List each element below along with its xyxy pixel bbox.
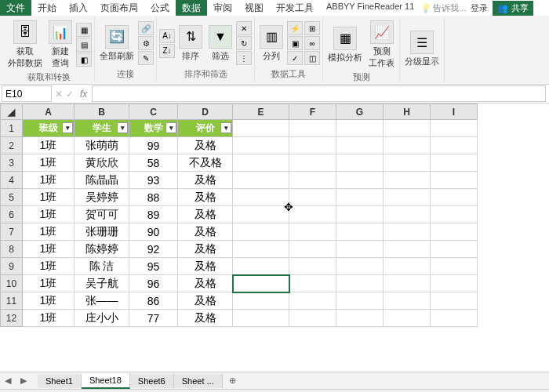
outline-button[interactable]: ☰分级显示 — [402, 29, 442, 69]
forecast-sheet-button[interactable]: 📈预测 工作表 — [366, 19, 397, 71]
cell[interactable]: 陈晶晶 — [75, 172, 129, 189]
advanced-filter-button[interactable]: ⋮ — [236, 51, 252, 65]
prev-sheet-button[interactable]: ◀ — [0, 376, 16, 386]
row-header[interactable]: 2 — [1, 137, 23, 154]
share-button[interactable]: 👥 共享 — [493, 1, 533, 16]
cell[interactable]: 1班 — [23, 223, 75, 241]
table-row[interactable]: 71班张珊珊90及格 — [1, 223, 478, 241]
cell[interactable]: 张—— — [75, 292, 129, 310]
table-row[interactable]: 101班吴子航96及格 — [1, 275, 478, 292]
cell[interactable] — [233, 154, 289, 172]
cell[interactable]: 黄欣欣 — [75, 154, 129, 172]
filter-dropdown-icon[interactable]: ▾ — [165, 122, 176, 133]
col-header-C[interactable]: C — [129, 104, 178, 120]
cell[interactable]: 1班 — [23, 241, 75, 258]
cell[interactable]: 及格 — [178, 223, 233, 241]
tab-file[interactable]: 文件 — [0, 0, 31, 16]
relationships-button[interactable]: ∞ — [304, 36, 320, 50]
filter-dropdown-icon[interactable]: ▾ — [62, 122, 73, 133]
formula-bar[interactable] — [92, 85, 546, 102]
row-header[interactable]: 7 — [1, 223, 23, 241]
table-header-eval[interactable]: 评价▾ — [178, 120, 233, 137]
clear-filter-button[interactable]: ✕ — [236, 21, 252, 35]
select-all-corner[interactable]: ◢ — [1, 104, 23, 120]
cell[interactable] — [233, 189, 289, 206]
tab-insert[interactable]: 插入 — [63, 0, 94, 16]
sheet-tab[interactable]: Sheet6 — [130, 374, 174, 388]
cell[interactable]: 1班 — [23, 172, 75, 189]
table-header-class[interactable]: 班级▾ — [23, 120, 75, 137]
cell[interactable]: 及格 — [178, 292, 233, 310]
tab-data[interactable]: 数据 — [176, 0, 207, 16]
fx-icon[interactable]: fx — [75, 89, 92, 100]
cell[interactable]: 1班 — [23, 275, 75, 292]
cell[interactable]: 及格 — [178, 258, 233, 275]
sort-button[interactable]: ⇅排序 — [176, 24, 205, 64]
col-header-F[interactable]: F — [289, 104, 336, 120]
cell[interactable]: 86 — [129, 292, 178, 310]
col-header-H[interactable]: H — [384, 104, 431, 120]
refresh-all-button[interactable]: 🔄全部刷新 — [97, 24, 136, 64]
spreadsheet-grid[interactable]: ◢ A B C D E F G H I 1 班级▾ 学生▾ 数学▾ 评价▾ 21… — [0, 103, 478, 327]
table-header-student[interactable]: 学生▾ — [75, 120, 129, 137]
recent-sources-button[interactable]: ◧ — [76, 53, 92, 67]
cell[interactable]: 及格 — [178, 189, 233, 206]
cell[interactable]: 陈 洁 — [75, 258, 129, 275]
filter-dropdown-icon[interactable]: ▾ — [117, 122, 128, 133]
row-header[interactable]: 6 — [1, 206, 23, 223]
cell[interactable]: 90 — [129, 223, 178, 241]
tab-formulas[interactable]: 公式 — [144, 0, 176, 16]
cell[interactable] — [233, 206, 289, 223]
table-row[interactable]: 61班贺可可89及格 — [1, 206, 478, 223]
properties-button[interactable]: ⚙ — [138, 36, 154, 50]
cell[interactable]: 95 — [129, 258, 178, 275]
table-row[interactable]: 31班黄欣欣58不及格 — [1, 154, 478, 172]
name-box[interactable]: E10 — [2, 85, 52, 102]
row-header[interactable]: 4 — [1, 172, 23, 189]
filter-dropdown-icon[interactable]: ▾ — [220, 122, 231, 133]
cell[interactable] — [233, 258, 289, 275]
cell[interactable]: 张萌萌 — [75, 137, 129, 154]
cell[interactable]: 吴子航 — [75, 275, 129, 292]
consolidate-button[interactable]: ⊞ — [304, 21, 320, 35]
cell[interactable] — [233, 310, 289, 327]
cell[interactable]: 92 — [129, 241, 178, 258]
col-header-G[interactable]: G — [336, 104, 384, 120]
tab-layout[interactable]: 页面布局 — [94, 0, 144, 16]
row-header[interactable]: 10 — [1, 275, 23, 292]
sort-za-button[interactable]: Z↓ — [159, 44, 175, 58]
cell[interactable]: 1班 — [23, 189, 75, 206]
cell[interactable]: 及格 — [178, 137, 233, 154]
cell[interactable]: 1班 — [23, 137, 75, 154]
edit-links-button[interactable]: ✎ — [138, 51, 154, 65]
tab-view[interactable]: 视图 — [238, 0, 270, 16]
cell[interactable]: 不及格 — [178, 154, 233, 172]
cell[interactable] — [233, 241, 289, 258]
col-header-B[interactable]: B — [75, 104, 129, 120]
cell[interactable]: 张珊珊 — [75, 223, 129, 241]
cell[interactable]: 庄小小 — [75, 310, 129, 327]
filter-button[interactable]: ▼筛选 — [206, 24, 235, 64]
row-header[interactable]: 1 — [1, 120, 23, 137]
col-header-D[interactable]: D — [178, 104, 233, 120]
table-row[interactable]: 41班陈晶晶93及格 — [1, 172, 478, 189]
col-header-I[interactable]: I — [431, 104, 478, 120]
cell[interactable] — [233, 275, 289, 292]
get-external-data-button[interactable]: 🗄获取 外部数据 — [5, 19, 45, 71]
cell[interactable]: 陈婷婷 — [75, 241, 129, 258]
cell[interactable] — [233, 172, 289, 189]
cell[interactable]: 89 — [129, 206, 178, 223]
tab-abbyy[interactable]: ABBYY FineReader 11 — [320, 0, 420, 16]
table-header-math[interactable]: 数学▾ — [129, 120, 178, 137]
cell[interactable]: 1班 — [23, 206, 75, 223]
col-header-E[interactable]: E — [233, 104, 289, 120]
row-header[interactable]: 12 — [1, 310, 23, 327]
connections-button[interactable]: 🔗 — [138, 21, 154, 35]
cell[interactable]: 77 — [129, 310, 178, 327]
next-sheet-button[interactable]: ▶ — [16, 376, 31, 386]
cell[interactable]: 吴婷婷 — [75, 189, 129, 206]
cell[interactable]: 及格 — [178, 275, 233, 292]
table-row[interactable]: 51班吴婷婷88及格 — [1, 189, 478, 206]
cell[interactable]: 1班 — [23, 310, 75, 327]
row-header[interactable]: 11 — [1, 292, 23, 310]
